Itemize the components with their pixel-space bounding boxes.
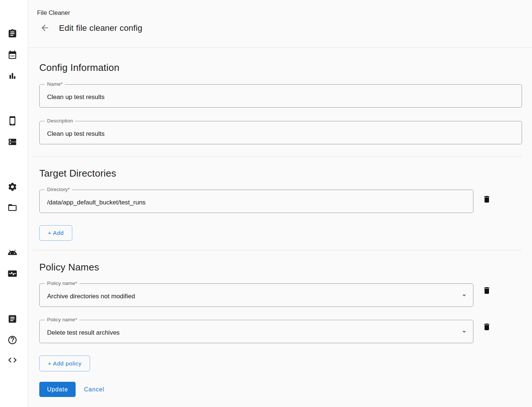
smartphone-icon: [7, 116, 17, 127]
delete-directory-button[interactable]: [482, 195, 492, 204]
name-input[interactable]: [40, 85, 522, 107]
form-actions: Update Cancel: [39, 382, 522, 397]
add-directory-button[interactable]: + Add: [39, 225, 72, 241]
delete-policy-button[interactable]: [482, 322, 492, 332]
description-field-container: Description: [39, 121, 522, 144]
section-divider: [33, 156, 522, 157]
policy-row: Policy name* Delete test result archives: [39, 320, 522, 343]
policy-field-label: Policy name*: [45, 280, 79, 286]
description-field-label: Description: [45, 118, 75, 124]
sidebar-item-stats[interactable]: [7, 71, 18, 82]
arrow-drop-down-icon: [460, 291, 469, 300]
directory-field-label: Directory*: [45, 187, 72, 192]
policy-select-value: Delete test result archives: [40, 320, 473, 343]
page-header: File Cleaner Edit file cleaner config: [28, 0, 532, 48]
page-title: Edit file cleaner config: [59, 23, 142, 33]
article-icon: [7, 314, 17, 325]
description-input[interactable]: [40, 121, 522, 144]
update-button[interactable]: Update: [39, 382, 76, 397]
help-icon: [7, 335, 17, 346]
sidebar-item-files[interactable]: [7, 203, 18, 214]
sidebar-item-android[interactable]: [7, 247, 18, 259]
sidebar-item-monitoring[interactable]: [7, 269, 18, 280]
trash-icon: [482, 286, 491, 296]
section-divider: [33, 250, 522, 250]
cancel-button[interactable]: Cancel: [81, 383, 107, 396]
policy-select-1[interactable]: Policy name* Archive directories not mod…: [39, 283, 473, 307]
add-policy-button[interactable]: + Add policy: [39, 355, 90, 371]
trash-icon: [482, 322, 491, 332]
sidebar-item-code[interactable]: [7, 355, 18, 366]
sidebar-item-help[interactable]: [7, 335, 18, 346]
calendar-icon: [7, 50, 17, 61]
sidebar-item-settings[interactable]: [7, 182, 18, 193]
code-icon: [7, 355, 17, 366]
clipboard-icon: [7, 29, 17, 40]
trash-icon: [482, 195, 491, 205]
directory-field-container: Directory*: [39, 190, 473, 213]
app-root: File Cleaner Edit file cleaner config Co…: [0, 0, 532, 407]
sidebar-item-schedule[interactable]: [7, 50, 18, 61]
name-field-label: Name*: [45, 81, 65, 87]
arrow-drop-down-icon: [460, 327, 469, 336]
sidebar-item-tasks[interactable]: [7, 29, 18, 40]
policy-row: Policy name* Archive directories not mod…: [39, 283, 522, 307]
policy-select-2[interactable]: Policy name* Delete test result archives: [39, 320, 473, 343]
arrow-back-icon: [40, 23, 50, 34]
android-icon: [7, 247, 17, 259]
policy-select-value: Archive directories not modified: [40, 284, 473, 306]
gear-icon: [7, 182, 17, 193]
app-title: File Cleaner: [37, 9, 532, 16]
sidebar-item-devices[interactable]: [7, 116, 18, 127]
back-button[interactable]: [39, 23, 50, 34]
section-title-config: Config Information: [39, 61, 522, 74]
bar-chart-icon: [7, 71, 17, 82]
main-panel: File Cleaner Edit file cleaner config Co…: [28, 0, 532, 407]
name-field-container: Name*: [39, 84, 522, 108]
directory-row: Directory*: [39, 190, 522, 213]
content: Config Information Name* Description Tar…: [28, 48, 532, 407]
section-title-directories: Target Directories: [39, 167, 522, 180]
sidebar-item-servers[interactable]: [7, 137, 18, 148]
delete-policy-button[interactable]: [482, 286, 492, 296]
section-title-policies: Policy Names: [39, 261, 522, 273]
server-icon: [7, 137, 17, 148]
directory-input[interactable]: [40, 190, 473, 213]
folder-icon: [7, 203, 17, 214]
sidebar: [0, 0, 28, 407]
policy-field-label: Policy name*: [45, 317, 79, 322]
monitor-pulse-icon: [7, 269, 17, 280]
sidebar-item-logs[interactable]: [7, 314, 18, 325]
